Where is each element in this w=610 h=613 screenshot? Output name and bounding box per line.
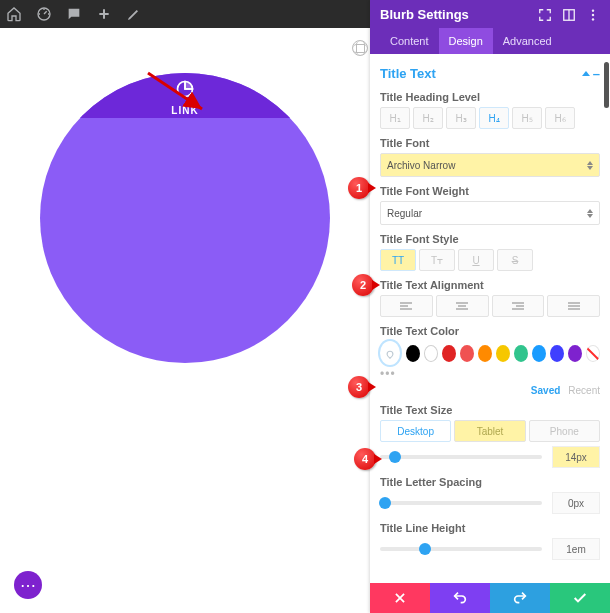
heading-h4[interactable]: H₄ [479,107,509,129]
plus-icon[interactable] [96,6,112,22]
letter-value[interactable]: 0px [552,492,600,514]
swatch-orange[interactable] [478,345,492,362]
more-colors-icon[interactable]: ••• [380,367,600,381]
svg-point-4 [592,18,594,20]
select-caret-icon [587,161,593,170]
panel-header: Blurb Settings Content Design Advanced [370,0,610,54]
device-tabs: Desktop Tablet Phone [380,420,600,442]
scrollbar-thumb[interactable] [604,62,609,108]
select-caret-icon [587,209,593,218]
tab-content[interactable]: Content [380,28,439,54]
swatch-blue[interactable] [532,345,546,362]
heading-h2[interactable]: H₂ [413,107,443,129]
heading-h5[interactable]: H₅ [512,107,542,129]
size-value[interactable]: 14px [552,446,600,468]
kebab-icon[interactable] [586,8,600,22]
callout-2: 2 [352,274,374,296]
callout-1: 1 [348,177,370,199]
label-letter-spacing: Title Letter Spacing [380,476,600,488]
title-font-select[interactable]: Archivo Narrow [380,153,600,177]
swatch-purple[interactable] [568,345,582,362]
style-underline[interactable]: U [458,249,494,271]
label-title-font: Title Font [380,137,600,149]
blurb-preview[interactable]: LINK [40,73,330,363]
font-weight-select[interactable]: Regular [380,201,600,225]
svg-point-3 [592,13,594,15]
align-group [380,295,600,317]
swatch-white[interactable] [424,345,438,362]
lineheight-value[interactable]: 1em [552,538,600,560]
heading-level-group: H₁ H₂ H₃ H₄ H₅ H₆ [380,107,600,129]
lineheight-slider[interactable] [380,547,542,551]
svg-point-2 [592,9,594,11]
label-heading-level: Title Heading Level [380,91,600,103]
align-left[interactable] [380,295,433,317]
preview-fab[interactable]: ⋯ [14,571,42,599]
undo-button[interactable] [430,583,490,613]
annotation-arrow [144,69,214,119]
dashboard-icon[interactable] [36,6,52,22]
label-font-weight: Title Font Weight [380,185,600,197]
redo-button[interactable] [490,583,550,613]
tab-advanced[interactable]: Advanced [493,28,562,54]
font-style-group: TT Tᴛ U S [380,249,600,271]
heading-h3[interactable]: H₃ [446,107,476,129]
panel-footer [370,583,610,613]
tab-design[interactable]: Design [439,28,493,54]
color-picker-button[interactable] [380,341,400,365]
comment-icon[interactable] [66,6,82,22]
home-icon[interactable] [6,6,22,22]
settings-panel: Blurb Settings Content Design Advanced T… [370,0,610,613]
label-text-color: Title Text Color [380,325,600,337]
panel-body: Title Text – Title Heading Level H₁ H₂ H… [370,54,610,583]
color-tab-saved[interactable]: Saved [531,385,560,396]
discard-button[interactable] [370,583,430,613]
swatch-none[interactable] [586,345,600,362]
swatch-black[interactable] [406,345,420,362]
letter-slider[interactable] [380,501,542,505]
label-font-style: Title Font Style [380,233,600,245]
columns-icon[interactable] [562,8,576,22]
preview-canvas: LINK ⋯ [0,28,370,613]
panel-title: Blurb Settings [380,7,469,22]
color-swatches [380,341,600,365]
align-justify[interactable] [547,295,600,317]
label-text-align: Title Text Alignment [380,279,600,291]
swatch-yellow[interactable] [496,345,510,362]
expand-icon[interactable] [538,8,552,22]
device-desktop[interactable]: Desktop [380,420,451,442]
size-slider[interactable] [380,455,542,459]
swatch-green[interactable] [514,345,528,362]
panel-tabs: Content Design Advanced [380,28,600,54]
align-center[interactable] [436,295,489,317]
color-tabs: Saved Recent [380,385,600,396]
callout-4: 4 [354,448,376,470]
label-text-size: Title Text Size [380,404,600,416]
device-phone[interactable]: Phone [529,420,600,442]
heading-h6[interactable]: H₆ [545,107,575,129]
section-title-text[interactable]: Title Text – [380,66,600,81]
pencil-icon[interactable] [126,6,142,22]
callout-3: 3 [348,376,370,398]
label-line-height: Title Line Height [380,522,600,534]
style-strikethrough[interactable]: S [497,249,533,271]
style-smallcaps[interactable]: Tᴛ [419,249,455,271]
heading-h1[interactable]: H₁ [380,107,410,129]
swatch-indigo[interactable] [550,345,564,362]
style-uppercase[interactable]: TT [380,249,416,271]
save-button[interactable] [550,583,610,613]
align-right[interactable] [492,295,545,317]
swatch-lightred[interactable] [460,345,474,362]
swatch-red[interactable] [442,345,456,362]
device-tablet[interactable]: Tablet [454,420,525,442]
globe-icon[interactable] [352,40,368,56]
color-tab-recent[interactable]: Recent [568,385,600,396]
